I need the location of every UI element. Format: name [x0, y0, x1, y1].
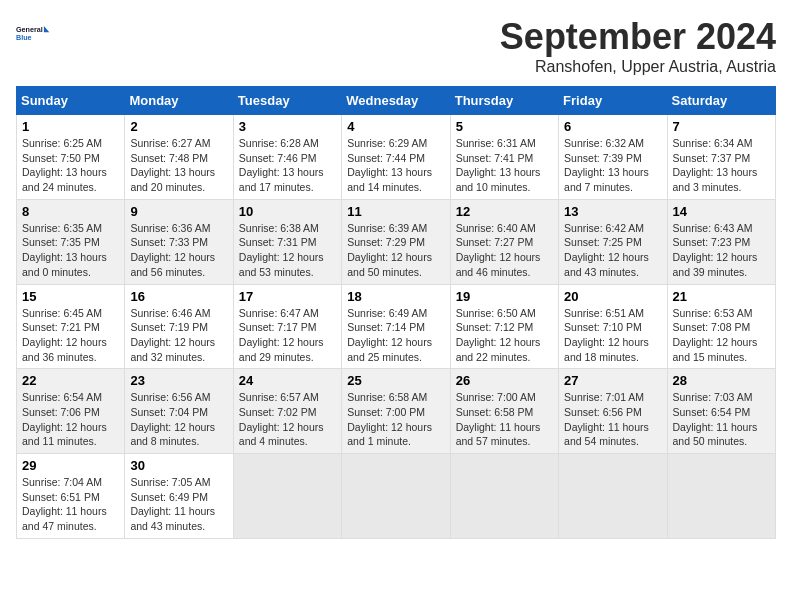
day-number: 29	[22, 458, 119, 473]
calendar-cell: 26Sunrise: 7:00 AMSunset: 6:58 PMDayligh…	[450, 369, 558, 454]
day-number: 19	[456, 289, 553, 304]
calendar-cell: 25Sunrise: 6:58 AMSunset: 7:00 PMDayligh…	[342, 369, 450, 454]
calendar-week-4: 22Sunrise: 6:54 AMSunset: 7:06 PMDayligh…	[17, 369, 776, 454]
calendar-cell: 28Sunrise: 7:03 AMSunset: 6:54 PMDayligh…	[667, 369, 775, 454]
day-detail: Sunrise: 6:27 AMSunset: 7:48 PMDaylight:…	[130, 136, 227, 195]
calendar-cell: 8Sunrise: 6:35 AMSunset: 7:35 PMDaylight…	[17, 199, 125, 284]
day-detail: Sunrise: 6:31 AMSunset: 7:41 PMDaylight:…	[456, 136, 553, 195]
day-detail: Sunrise: 6:29 AMSunset: 7:44 PMDaylight:…	[347, 136, 444, 195]
calendar-cell: 9Sunrise: 6:36 AMSunset: 7:33 PMDaylight…	[125, 199, 233, 284]
weekday-header-tuesday: Tuesday	[233, 87, 341, 115]
day-number: 20	[564, 289, 661, 304]
day-detail: Sunrise: 6:43 AMSunset: 7:23 PMDaylight:…	[673, 221, 770, 280]
day-number: 14	[673, 204, 770, 219]
day-number: 8	[22, 204, 119, 219]
day-number: 23	[130, 373, 227, 388]
day-number: 22	[22, 373, 119, 388]
calendar-week-2: 8Sunrise: 6:35 AMSunset: 7:35 PMDaylight…	[17, 199, 776, 284]
day-detail: Sunrise: 7:05 AMSunset: 6:49 PMDaylight:…	[130, 475, 227, 534]
day-detail: Sunrise: 6:46 AMSunset: 7:19 PMDaylight:…	[130, 306, 227, 365]
logo-icon: GeneralBlue	[16, 16, 52, 52]
day-detail: Sunrise: 6:36 AMSunset: 7:33 PMDaylight:…	[130, 221, 227, 280]
page-header: GeneralBlue September 2024 Ranshofen, Up…	[16, 16, 776, 76]
weekday-header-thursday: Thursday	[450, 87, 558, 115]
calendar-cell: 15Sunrise: 6:45 AMSunset: 7:21 PMDayligh…	[17, 284, 125, 369]
calendar-cell	[559, 454, 667, 539]
day-detail: Sunrise: 7:03 AMSunset: 6:54 PMDaylight:…	[673, 390, 770, 449]
day-detail: Sunrise: 7:01 AMSunset: 6:56 PMDaylight:…	[564, 390, 661, 449]
day-detail: Sunrise: 7:00 AMSunset: 6:58 PMDaylight:…	[456, 390, 553, 449]
calendar-cell: 3Sunrise: 6:28 AMSunset: 7:46 PMDaylight…	[233, 115, 341, 200]
calendar-cell: 29Sunrise: 7:04 AMSunset: 6:51 PMDayligh…	[17, 454, 125, 539]
calendar-cell: 12Sunrise: 6:40 AMSunset: 7:27 PMDayligh…	[450, 199, 558, 284]
calendar-cell: 17Sunrise: 6:47 AMSunset: 7:17 PMDayligh…	[233, 284, 341, 369]
day-detail: Sunrise: 6:53 AMSunset: 7:08 PMDaylight:…	[673, 306, 770, 365]
calendar-table: SundayMondayTuesdayWednesdayThursdayFrid…	[16, 86, 776, 539]
weekday-header-sunday: Sunday	[17, 87, 125, 115]
day-number: 17	[239, 289, 336, 304]
day-detail: Sunrise: 6:34 AMSunset: 7:37 PMDaylight:…	[673, 136, 770, 195]
calendar-cell: 5Sunrise: 6:31 AMSunset: 7:41 PMDaylight…	[450, 115, 558, 200]
day-number: 11	[347, 204, 444, 219]
day-detail: Sunrise: 6:28 AMSunset: 7:46 PMDaylight:…	[239, 136, 336, 195]
day-number: 7	[673, 119, 770, 134]
calendar-cell: 11Sunrise: 6:39 AMSunset: 7:29 PMDayligh…	[342, 199, 450, 284]
day-number: 5	[456, 119, 553, 134]
day-number: 6	[564, 119, 661, 134]
day-detail: Sunrise: 6:56 AMSunset: 7:04 PMDaylight:…	[130, 390, 227, 449]
day-detail: Sunrise: 7:04 AMSunset: 6:51 PMDaylight:…	[22, 475, 119, 534]
day-detail: Sunrise: 6:42 AMSunset: 7:25 PMDaylight:…	[564, 221, 661, 280]
day-number: 3	[239, 119, 336, 134]
calendar-cell	[667, 454, 775, 539]
day-number: 4	[347, 119, 444, 134]
calendar-cell: 23Sunrise: 6:56 AMSunset: 7:04 PMDayligh…	[125, 369, 233, 454]
day-number: 21	[673, 289, 770, 304]
day-detail: Sunrise: 6:38 AMSunset: 7:31 PMDaylight:…	[239, 221, 336, 280]
day-number: 13	[564, 204, 661, 219]
day-detail: Sunrise: 6:35 AMSunset: 7:35 PMDaylight:…	[22, 221, 119, 280]
day-number: 16	[130, 289, 227, 304]
calendar-week-1: 1Sunrise: 6:25 AMSunset: 7:50 PMDaylight…	[17, 115, 776, 200]
calendar-cell: 10Sunrise: 6:38 AMSunset: 7:31 PMDayligh…	[233, 199, 341, 284]
calendar-cell: 7Sunrise: 6:34 AMSunset: 7:37 PMDaylight…	[667, 115, 775, 200]
day-detail: Sunrise: 6:58 AMSunset: 7:00 PMDaylight:…	[347, 390, 444, 449]
day-number: 27	[564, 373, 661, 388]
calendar-cell: 14Sunrise: 6:43 AMSunset: 7:23 PMDayligh…	[667, 199, 775, 284]
calendar-cell	[233, 454, 341, 539]
weekday-header-monday: Monday	[125, 87, 233, 115]
month-title: September 2024	[500, 16, 776, 58]
weekday-header-friday: Friday	[559, 87, 667, 115]
day-detail: Sunrise: 6:54 AMSunset: 7:06 PMDaylight:…	[22, 390, 119, 449]
day-number: 12	[456, 204, 553, 219]
day-number: 28	[673, 373, 770, 388]
calendar-cell: 30Sunrise: 7:05 AMSunset: 6:49 PMDayligh…	[125, 454, 233, 539]
day-number: 30	[130, 458, 227, 473]
day-detail: Sunrise: 6:49 AMSunset: 7:14 PMDaylight:…	[347, 306, 444, 365]
calendar-cell: 6Sunrise: 6:32 AMSunset: 7:39 PMDaylight…	[559, 115, 667, 200]
calendar-week-5: 29Sunrise: 7:04 AMSunset: 6:51 PMDayligh…	[17, 454, 776, 539]
day-number: 10	[239, 204, 336, 219]
calendar-cell: 18Sunrise: 6:49 AMSunset: 7:14 PMDayligh…	[342, 284, 450, 369]
weekday-header-wednesday: Wednesday	[342, 87, 450, 115]
day-detail: Sunrise: 6:45 AMSunset: 7:21 PMDaylight:…	[22, 306, 119, 365]
weekday-header-row: SundayMondayTuesdayWednesdayThursdayFrid…	[17, 87, 776, 115]
day-number: 25	[347, 373, 444, 388]
day-detail: Sunrise: 6:57 AMSunset: 7:02 PMDaylight:…	[239, 390, 336, 449]
svg-text:General: General	[16, 25, 43, 34]
day-number: 1	[22, 119, 119, 134]
location: Ranshofen, Upper Austria, Austria	[500, 58, 776, 76]
calendar-cell: 4Sunrise: 6:29 AMSunset: 7:44 PMDaylight…	[342, 115, 450, 200]
calendar-cell: 16Sunrise: 6:46 AMSunset: 7:19 PMDayligh…	[125, 284, 233, 369]
day-number: 2	[130, 119, 227, 134]
title-area: September 2024 Ranshofen, Upper Austria,…	[500, 16, 776, 76]
svg-marker-2	[44, 26, 49, 32]
day-number: 9	[130, 204, 227, 219]
calendar-cell: 20Sunrise: 6:51 AMSunset: 7:10 PMDayligh…	[559, 284, 667, 369]
weekday-header-saturday: Saturday	[667, 87, 775, 115]
svg-text:Blue: Blue	[16, 33, 32, 42]
day-detail: Sunrise: 6:51 AMSunset: 7:10 PMDaylight:…	[564, 306, 661, 365]
calendar-cell: 24Sunrise: 6:57 AMSunset: 7:02 PMDayligh…	[233, 369, 341, 454]
day-number: 26	[456, 373, 553, 388]
calendar-cell: 19Sunrise: 6:50 AMSunset: 7:12 PMDayligh…	[450, 284, 558, 369]
day-detail: Sunrise: 6:47 AMSunset: 7:17 PMDaylight:…	[239, 306, 336, 365]
